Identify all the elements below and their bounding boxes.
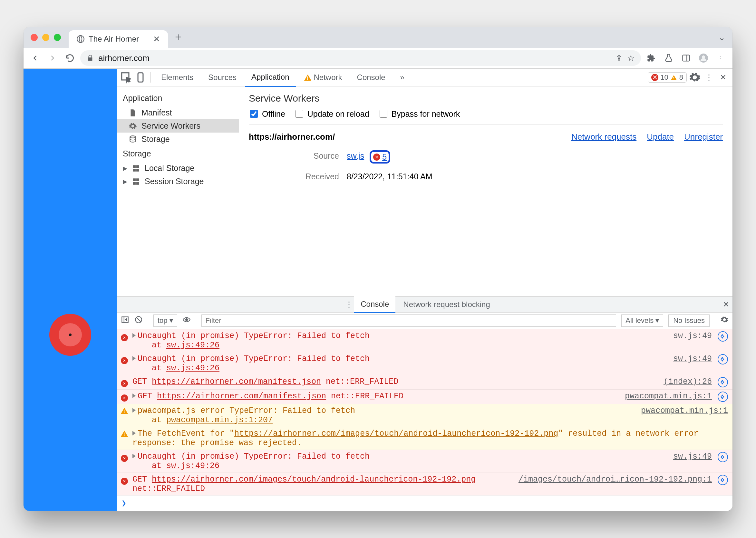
update-on-reload-checkbox[interactable]: Update on reload: [294, 109, 369, 119]
drawer-tab-console[interactable]: Console: [354, 296, 396, 313]
menu-icon[interactable]: ⋮: [714, 51, 728, 65]
svg-point-6: [130, 136, 135, 138]
filter-input[interactable]: [201, 314, 616, 327]
source-link[interactable]: (index):26: [664, 377, 712, 386]
drawer-tabs: ⋮ Console Network request blocking ✕: [117, 297, 732, 312]
close-drawer-icon[interactable]: ✕: [723, 300, 729, 309]
sidepanel-icon[interactable]: [679, 51, 693, 65]
update-link[interactable]: Update: [647, 132, 674, 142]
navigate-icon[interactable]: [718, 452, 728, 462]
lock-icon: [87, 55, 94, 62]
console-message[interactable]: ✕Uncaught (in promise) TypeError: Failed…: [117, 329, 732, 352]
close-tab-icon[interactable]: ✕: [153, 34, 160, 44]
disclosure-icon: ▶: [123, 165, 127, 172]
navigate-icon[interactable]: [718, 354, 728, 364]
extensions-icon[interactable]: [644, 51, 658, 65]
back-button[interactable]: [28, 51, 42, 65]
tab-overflow-icon[interactable]: ⌄: [718, 32, 726, 43]
window-controls: [30, 27, 61, 48]
share-icon[interactable]: ⇪: [616, 53, 623, 63]
browser-tab[interactable]: The Air Horner ✕: [69, 30, 168, 48]
sidebar-section-storage: Storage: [123, 149, 233, 158]
source-link[interactable]: sw.js:49: [673, 354, 712, 363]
labs-icon[interactable]: [662, 51, 676, 65]
tab-elements[interactable]: Elements: [155, 69, 200, 86]
new-tab-button[interactable]: ＋: [173, 30, 183, 44]
clear-console-icon[interactable]: [134, 315, 143, 326]
tab-network[interactable]: Network: [298, 69, 349, 86]
network-requests-link[interactable]: Network requests: [571, 132, 637, 142]
application-main: Service Workers Offline Update on reload…: [239, 86, 732, 296]
source-link[interactable]: sw.js:49: [673, 331, 712, 341]
source-file-link[interactable]: sw.js: [347, 151, 364, 160]
profile-icon[interactable]: [696, 51, 711, 65]
drawer-tab-network-blocking[interactable]: Network request blocking: [397, 297, 496, 312]
console-message[interactable]: pwacompat.js error TypeError: Failed to …: [117, 404, 732, 427]
console-prompt[interactable]: ❯: [117, 495, 732, 511]
source-link[interactable]: sw.js:49: [673, 452, 712, 461]
navigate-icon[interactable]: [718, 377, 728, 387]
close-window-button[interactable]: [30, 34, 38, 41]
bookmark-icon[interactable]: ☆: [627, 53, 635, 63]
airhorn-button[interactable]: [49, 314, 91, 356]
close-devtools-icon[interactable]: ✕: [717, 71, 729, 83]
svg-rect-13: [133, 182, 136, 185]
inspect-icon[interactable]: [120, 71, 132, 83]
bypass-network-checkbox[interactable]: Bypass for network: [378, 109, 460, 119]
navigate-icon[interactable]: [718, 475, 728, 485]
sidebar-item-session-storage[interactable]: ▶Session Storage: [117, 175, 239, 188]
navigate-icon[interactable]: [718, 392, 728, 402]
forward-button[interactable]: [45, 51, 60, 65]
console-message[interactable]: ✕Uncaught (in promise) TypeError: Failed…: [117, 450, 732, 472]
svg-rect-5: [138, 73, 143, 82]
sidebar-item-local-storage[interactable]: ▶Local Storage: [117, 162, 239, 175]
console-message[interactable]: ✕Uncaught (in promise) TypeError: Failed…: [117, 352, 732, 375]
levels-selector[interactable]: All levels ▾: [621, 314, 663, 327]
sidebar-item-service-workers[interactable]: Service Workers: [117, 119, 239, 133]
offline-checkbox[interactable]: Offline: [249, 109, 285, 119]
console-message[interactable]: ✕GET https://airhorner.com/images/touch/…: [117, 472, 732, 495]
panel-heading: Service Workers: [249, 93, 723, 104]
issues-button[interactable]: No Issues: [668, 314, 710, 327]
live-expression-icon[interactable]: [182, 315, 191, 326]
kebab-icon[interactable]: ⋮: [703, 71, 715, 83]
tab-sources[interactable]: Sources: [202, 69, 243, 86]
sidebar-toggle-icon[interactable]: [121, 315, 129, 326]
source-link[interactable]: pwacompat.min.js:1: [641, 406, 728, 415]
reload-button[interactable]: [63, 51, 77, 65]
tab-console[interactable]: Console: [351, 69, 392, 86]
console-message[interactable]: The FetchEvent for "https://airhorner.co…: [117, 427, 732, 450]
drawer-kebab-icon[interactable]: ⋮: [345, 300, 353, 309]
tabs-overflow-icon[interactable]: »: [394, 69, 411, 86]
source-link[interactable]: /images/touch/androi…ricon-192-192.png:1: [518, 475, 712, 484]
sidebar-item-storage[interactable]: Storage: [117, 133, 239, 146]
sidebar-section-application: Application: [123, 93, 233, 103]
tab-title: The Air Horner: [89, 34, 139, 43]
svg-rect-7: [133, 165, 136, 168]
navigate-icon[interactable]: [718, 331, 728, 342]
svg-point-17: [185, 318, 188, 321]
console-message[interactable]: ✕GET https://airhorner.com/manifest.json…: [117, 389, 732, 404]
database-icon: [128, 135, 137, 143]
svg-rect-10: [136, 169, 139, 172]
address-bar[interactable]: airhorner.com ⇪ ☆: [80, 50, 641, 66]
tab-application[interactable]: Application: [245, 68, 296, 87]
issues-badge[interactable]: ✕10 8: [648, 72, 687, 82]
sw-error-count[interactable]: ✕ 5: [370, 150, 390, 164]
svg-rect-1: [683, 55, 689, 61]
address-text: airhorner.com: [98, 53, 150, 63]
context-selector[interactable]: top ▾: [153, 314, 177, 327]
source-link[interactable]: pwacompat.min.js:1: [625, 392, 712, 401]
settings-icon[interactable]: [689, 71, 701, 83]
device-toggle-icon[interactable]: [134, 71, 147, 83]
warning-icon: [121, 407, 129, 416]
console-messages: ✕Uncaught (in promise) TypeError: Failed…: [117, 329, 732, 495]
unregister-link[interactable]: Unregister: [684, 132, 723, 142]
minimize-window-button[interactable]: [42, 34, 49, 41]
console-message[interactable]: ✕GET https://airhorner.com/manifest.json…: [117, 375, 732, 389]
sidebar-item-manifest[interactable]: Manifest: [117, 106, 239, 119]
received-label: Received: [249, 172, 339, 181]
disclosure-icon: ▶: [123, 178, 127, 185]
console-settings-icon[interactable]: [720, 315, 729, 326]
maximize-window-button[interactable]: [54, 34, 61, 41]
